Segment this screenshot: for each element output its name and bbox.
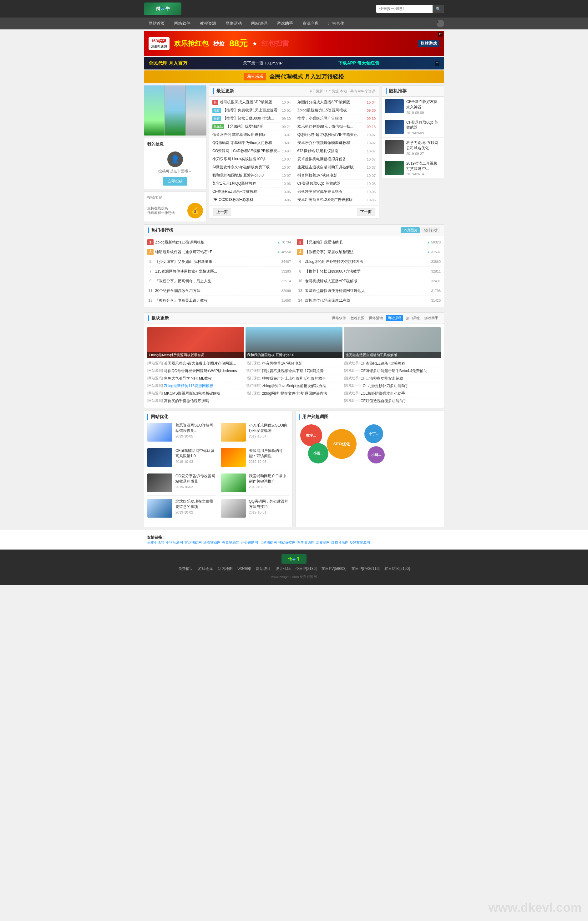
prev-page-btn[interactable]: 上一页 [213, 208, 231, 216]
hot-link-9[interactable]: 『教程分享』提高倒奇，后之人生... [155, 278, 279, 284]
update-link[interactable]: QQ源码网 零基础学Python入门教程 [212, 140, 280, 145]
block-link[interactable]: Zblog最新精仿115资源网模板 [164, 383, 213, 389]
block-tab-software[interactable]: 网络软件 [330, 315, 348, 321]
update-link[interactable]: AI微营软件永久vip破解版免费下载 [212, 164, 280, 170]
footer-nav-item-2[interactable]: 游戏仓库 [198, 566, 213, 571]
block-tab-source[interactable]: 网站源码 [386, 315, 403, 321]
footer-nav-item-3[interactable]: 站内地图 [218, 566, 233, 571]
banner-3[interactable]: 易三乐乐 全民代理模式 月入过万很轻松 [144, 70, 444, 83]
block-link[interactable]: CF奇堡REZ追杀+过桩教程 [361, 361, 405, 366]
update-link[interactable]: 部落冲突皇室战争充鬼钻石 [297, 189, 365, 194]
footer-link-8[interactable]: 辅助好友网 [278, 540, 296, 545]
hot-link-3[interactable]: 辅助通杀软件器（通杀可可钻石+E... [155, 249, 275, 255]
cloud-item-4[interactable]: 小丁... [364, 424, 383, 443]
footer-nav-item-8[interactable]: 在日PV[56603] [321, 566, 346, 571]
rec-title-2[interactable]: CF登录领取6Qb 英雄武器 [406, 120, 441, 130]
block-tab-game[interactable]: 游戏助手 [422, 315, 440, 321]
footer-link-12[interactable]: Q好友资源网 [350, 540, 370, 545]
footer-link-9[interactable]: 军事资源网 [297, 540, 314, 545]
block-link[interactable]: 聊聊我在广州上班打假和反打假的故事 [262, 376, 326, 381]
footer-link-6[interactable]: 开心辅助网 [241, 540, 258, 545]
update-link[interactable]: 老司机搜牌成人直播APP破解版 [219, 99, 280, 105]
opt-title-4[interactable]: 北沈娱乐发现在文章需要留意的事项 [175, 499, 216, 509]
hot-tab-monthly[interactable]: 本月图奖 [401, 227, 420, 233]
opt-title-3[interactable]: QQ爱分享告诉你改善网站收录的质量 [175, 474, 216, 484]
hot-link-1[interactable]: Zblog最新精仿115资源网模板 [155, 240, 275, 245]
nav-item-software[interactable]: 网络软件 [169, 18, 195, 29]
block-link[interactable]: CF三清秒多功能安击辅助 [361, 376, 403, 381]
footer-link-1[interactable]: 免费小说网 [147, 540, 164, 545]
rec-title-1[interactable]: CF全新召唤好友倔永久神器 [406, 99, 441, 110]
update-link[interactable]: 蒲荷营养剂 减肥食谱应用破解版 [212, 132, 280, 137]
block-link[interactable]: zblog学知JavaScript当前批次解决办法 [262, 383, 326, 389]
search-button[interactable]: 🔍 [432, 5, 444, 13]
cloud-item-3[interactable]: 小视... [308, 443, 328, 464]
update-link[interactable]: 某宝1元开1月QQ黑钻教程 [212, 181, 280, 186]
hot-link-8[interactable]: 【推荐】轻松日赚3000+方法教学 [305, 269, 429, 274]
footer-nav-item-6[interactable]: 统计代码 [276, 566, 291, 571]
nav-item-resource[interactable]: 资源仓库 [298, 18, 323, 29]
block-link[interactable]: 高价买的千喜微信程序源码 [164, 399, 209, 404]
block-tab-hot[interactable]: 热门课程 [404, 315, 422, 321]
next-page-btn[interactable]: 下一页 [357, 208, 375, 216]
block-img-1[interactable]: Emlog推Meta付费资源网板版示会员 [147, 327, 244, 358]
rec-title-4[interactable]: 2019滴滴二开视频打赏源码 带... [406, 161, 441, 171]
block-link[interactable]: LOL极距防御强攻击小助手 [361, 391, 405, 396]
opt-title-2[interactable]: CF游戏辅助网带你认识高风限量1.0 [175, 448, 216, 459]
block-img-2[interactable]: 我和我的祖国地板 豆瓣评分8.0 [245, 327, 342, 358]
opt-title-1[interactable]: 善恶资源网SEO详解网站错权恢复... [175, 423, 216, 433]
block-tab-activity[interactable]: 网络活动 [367, 315, 385, 321]
hot-link-13[interactable]: 『教程分享』电商美工设计教程 [155, 298, 279, 303]
footer-link-5[interactable]: 有量辅助网 [222, 540, 239, 545]
update-link[interactable]: 我和我的祖国地板 豆瓣评分8.0 [212, 173, 280, 178]
hot-link-7[interactable]: 115资源网教你使用搜索引擎快速匹... [155, 269, 279, 274]
update-link[interactable]: 安卓乐乔乔视频镜像帧套赚教程 [297, 140, 365, 145]
hot-link-11[interactable]: 30个绝佳学霸高效学习方法 [155, 288, 279, 293]
footer-link-2[interactable]: 小猪玩法网 [166, 540, 183, 545]
hot-link-5[interactable]: 【少女织書】父爱如山 演村新董事... [155, 259, 279, 264]
hot-link-4[interactable]: 【教程分享】家居收纳整理法 [305, 249, 425, 255]
submit-btn[interactable]: 立即投稿 [163, 177, 187, 186]
block-link[interactable]: 英国图示整合-百大免费上传图片存储网源... [164, 361, 236, 366]
nav-item-home[interactable]: 网站首页 [144, 18, 169, 29]
update-link[interactable]: PR.CC2018教程+源素材 [212, 197, 280, 202]
footer-logo[interactable]: 僧🐟牛 [281, 554, 307, 564]
user-avatar[interactable]: ● [437, 20, 444, 27]
update-link[interactable]: 【兄弟站】我爱辅助吧 [226, 124, 280, 129]
update-link[interactable]: Zblog最新精仿115资源网模板 [297, 107, 365, 113]
update-link[interactable]: CF奇堡REZ追杀+过桩教程 [212, 189, 280, 194]
opt-title-5[interactable]: 小刀乐乐网优选SEO的职业发展规划 [249, 423, 290, 433]
footer-nav-item-9[interactable]: 在日IP[PV26116] [351, 566, 380, 571]
hot-link-12[interactable]: 零基础也能快速变身科普网红舞达人 [305, 288, 429, 293]
cloud-item-5[interactable]: 小鸡... [367, 446, 385, 464]
block-link[interactable]: 抖音阿拉善1v7视频电影 [262, 361, 302, 366]
update-link[interactable]: 欢乐抢红包炒88元，微信扫一扫... [297, 124, 365, 129]
block-link[interactable]: 阿拉普不播视频全集下载 17岁阿拉善 [262, 368, 324, 374]
opt-title-6[interactable]: 资源网用户体验的可能：可访问性... [249, 448, 290, 459]
block-link[interactable]: zblog网站 '提交文件非法' 原因解决办法 [262, 391, 327, 396]
update-link[interactable]: 安卓虚拟机电脑借模拟身份备 [297, 156, 365, 162]
update-link[interactable]: 【推荐】免费收录1天上百度速看 [223, 107, 280, 113]
footer-link-11[interactable]: 红猫音乐网 [331, 540, 348, 545]
site-logo[interactable]: 僧🐟牛 [144, 3, 181, 15]
hot-tab-total[interactable]: 总排行榜 [421, 227, 440, 233]
nav-item-activity[interactable]: 网络活动 [221, 18, 247, 29]
block-link[interactable]: 将你QQ号告诉登录网源码+WAP版dedecms [164, 368, 237, 374]
update-link[interactable]: CF登录领取6Qb 英雄武器 [297, 181, 365, 186]
update-link[interactable]: 推荐：小强娱乐网广告招收 [297, 116, 365, 121]
footer-nav-item-4[interactable]: Sitemap [237, 566, 251, 571]
block-link[interactable]: MKCMS影视网版6.3完整版破解版 [164, 391, 221, 396]
update-link[interactable]: QQ美化包-超过QQ会员VIP主题美化 [297, 132, 365, 137]
nav-item-tutorial[interactable]: 教程资源 [195, 18, 221, 29]
nav-item-game[interactable]: 游戏助手 [272, 18, 298, 29]
block-link[interactable]: CF薄罐多功能船击助手Beta4.4免费辅助 [361, 368, 427, 374]
search-input[interactable] [376, 5, 432, 13]
footer-link-3[interactable]: 雷达辅助网 [185, 540, 202, 545]
update-link[interactable]: CG资源网丨C4D教程AE模板PR模板视... [212, 148, 280, 154]
footer-nav-item-10[interactable]: 在日访客[2150] [384, 566, 410, 571]
footer-link-10[interactable]: 爱资源网 [316, 540, 330, 545]
update-link[interactable]: 安卓距离商量#1.2.6去广告破解版 [297, 197, 365, 202]
footer-nav-item-5[interactable]: 网站统计 [256, 566, 271, 571]
footer-nav-item-1[interactable]: 免费辅助 [178, 566, 193, 571]
nav-item-source[interactable]: 网站源码 [247, 18, 272, 29]
